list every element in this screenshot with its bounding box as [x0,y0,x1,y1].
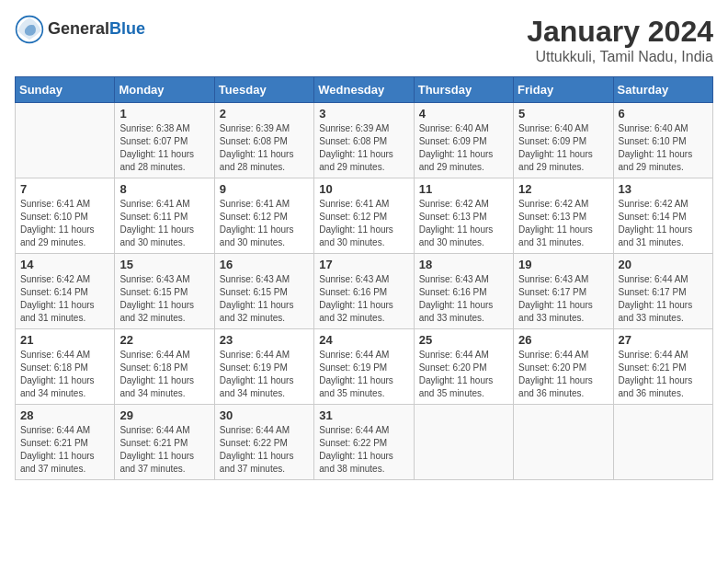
calendar-cell: 13Sunrise: 6:42 AM Sunset: 6:14 PM Dayli… [613,178,712,254]
calendar-cell: 3Sunrise: 6:39 AM Sunset: 6:08 PM Daylig… [314,103,414,178]
day-info: Sunrise: 6:42 AM Sunset: 6:14 PM Dayligh… [619,198,708,249]
day-info: Sunrise: 6:44 AM Sunset: 6:18 PM Dayligh… [119,349,209,400]
day-number: 27 [619,333,708,347]
day-info: Sunrise: 6:43 AM Sunset: 6:15 PM Dayligh… [220,273,309,325]
calendar-header-row: SundayMondayTuesdayWednesdayThursdayFrid… [16,77,713,103]
day-number: 1 [119,107,209,121]
day-number: 24 [319,333,408,347]
day-info: Sunrise: 6:44 AM Sunset: 6:19 PM Dayligh… [319,349,408,400]
calendar-cell: 29Sunrise: 6:44 AM Sunset: 6:21 PM Dayli… [115,405,214,480]
day-number: 8 [119,182,209,196]
day-number: 13 [619,182,708,196]
week-row-2: 7Sunrise: 6:41 AM Sunset: 6:10 PM Daylig… [16,178,713,254]
subtitle: Uttukkuli, Tamil Nadu, India [527,49,713,65]
day-info: Sunrise: 6:39 AM Sunset: 6:08 PM Dayligh… [319,122,408,174]
header-thursday: Thursday [414,77,513,103]
week-row-5: 28Sunrise: 6:44 AM Sunset: 6:21 PM Dayli… [16,405,713,480]
week-row-4: 21Sunrise: 6:44 AM Sunset: 6:18 PM Dayli… [16,329,713,405]
day-info: Sunrise: 6:44 AM Sunset: 6:21 PM Dayligh… [119,424,209,476]
day-number: 2 [220,107,309,121]
title-block: January 2024 Uttukkuli, Tamil Nadu, Indi… [527,15,713,65]
day-number: 3 [319,107,408,121]
week-row-3: 14Sunrise: 6:42 AM Sunset: 6:14 PM Dayli… [16,254,713,329]
day-number: 15 [119,258,209,271]
calendar-cell: 27Sunrise: 6:44 AM Sunset: 6:21 PM Dayli… [613,329,712,405]
calendar-cell: 14Sunrise: 6:42 AM Sunset: 6:14 PM Dayli… [16,254,115,329]
day-number: 26 [518,333,608,347]
day-info: Sunrise: 6:42 AM Sunset: 6:13 PM Dayligh… [518,198,608,249]
day-number: 31 [319,408,408,422]
calendar-body: 1Sunrise: 6:38 AM Sunset: 6:07 PM Daylig… [16,103,713,480]
day-info: Sunrise: 6:42 AM Sunset: 6:14 PM Dayligh… [20,273,109,325]
day-info: Sunrise: 6:44 AM Sunset: 6:21 PM Dayligh… [619,349,708,400]
day-info: Sunrise: 6:44 AM Sunset: 6:18 PM Dayligh… [20,349,109,400]
day-info: Sunrise: 6:44 AM Sunset: 6:20 PM Dayligh… [518,349,608,400]
calendar-cell: 15Sunrise: 6:43 AM Sunset: 6:15 PM Dayli… [115,254,214,329]
day-info: Sunrise: 6:44 AM Sunset: 6:17 PM Dayligh… [619,273,708,325]
header-monday: Monday [115,77,214,103]
day-info: Sunrise: 6:43 AM Sunset: 6:15 PM Dayligh… [119,273,209,325]
day-info: Sunrise: 6:41 AM Sunset: 6:10 PM Dayligh… [20,198,109,249]
calendar-cell [514,405,613,480]
calendar-cell: 16Sunrise: 6:43 AM Sunset: 6:15 PM Dayli… [214,254,313,329]
calendar-cell: 22Sunrise: 6:44 AM Sunset: 6:18 PM Dayli… [115,329,214,405]
header-friday: Friday [514,77,613,103]
calendar-cell: 28Sunrise: 6:44 AM Sunset: 6:21 PM Dayli… [16,405,115,480]
day-info: Sunrise: 6:40 AM Sunset: 6:09 PM Dayligh… [518,122,608,174]
calendar-cell: 25Sunrise: 6:44 AM Sunset: 6:20 PM Dayli… [414,329,513,405]
day-info: Sunrise: 6:42 AM Sunset: 6:13 PM Dayligh… [419,198,508,249]
calendar-cell: 10Sunrise: 6:41 AM Sunset: 6:12 PM Dayli… [314,178,414,254]
day-number: 14 [20,258,109,271]
day-number: 7 [20,182,109,196]
day-number: 16 [220,258,309,271]
calendar-cell: 8Sunrise: 6:41 AM Sunset: 6:11 PM Daylig… [115,178,214,254]
calendar-cell: 7Sunrise: 6:41 AM Sunset: 6:10 PM Daylig… [16,178,115,254]
day-number: 25 [419,333,508,347]
calendar-cell: 19Sunrise: 6:43 AM Sunset: 6:17 PM Dayli… [514,254,613,329]
calendar-cell: 23Sunrise: 6:44 AM Sunset: 6:19 PM Dayli… [214,329,313,405]
main-title: January 2024 [527,15,713,49]
logo-general: General [48,20,109,39]
day-number: 4 [419,107,508,121]
day-number: 22 [119,333,209,347]
day-info: Sunrise: 6:40 AM Sunset: 6:09 PM Dayligh… [419,122,508,174]
day-info: Sunrise: 6:41 AM Sunset: 6:12 PM Dayligh… [319,198,408,249]
calendar-cell: 17Sunrise: 6:43 AM Sunset: 6:16 PM Dayli… [314,254,414,329]
day-number: 30 [220,408,309,422]
calendar-cell: 30Sunrise: 6:44 AM Sunset: 6:22 PM Dayli… [214,405,313,480]
calendar-cell: 1Sunrise: 6:38 AM Sunset: 6:07 PM Daylig… [115,103,214,178]
day-info: Sunrise: 6:43 AM Sunset: 6:17 PM Dayligh… [518,273,608,325]
logo-icon [15,15,44,44]
day-info: Sunrise: 6:43 AM Sunset: 6:16 PM Dayligh… [319,273,408,325]
day-number: 12 [518,182,608,196]
calendar-cell: 20Sunrise: 6:44 AM Sunset: 6:17 PM Dayli… [613,254,712,329]
day-info: Sunrise: 6:44 AM Sunset: 6:21 PM Dayligh… [20,424,109,476]
calendar-cell: 6Sunrise: 6:40 AM Sunset: 6:10 PM Daylig… [613,103,712,178]
header-sunday: Sunday [16,77,115,103]
logo-text: General Blue [48,20,145,39]
calendar-cell: 26Sunrise: 6:44 AM Sunset: 6:20 PM Dayli… [514,329,613,405]
header-tuesday: Tuesday [214,77,313,103]
logo: General Blue [15,15,145,44]
calendar-cell [16,103,115,178]
day-number: 17 [319,258,408,271]
day-number: 10 [319,182,408,196]
calendar-cell: 9Sunrise: 6:41 AM Sunset: 6:12 PM Daylig… [214,178,313,254]
calendar-cell: 11Sunrise: 6:42 AM Sunset: 6:13 PM Dayli… [414,178,513,254]
day-info: Sunrise: 6:39 AM Sunset: 6:08 PM Dayligh… [220,122,309,174]
calendar-cell: 31Sunrise: 6:44 AM Sunset: 6:22 PM Dayli… [314,405,414,480]
day-info: Sunrise: 6:44 AM Sunset: 6:19 PM Dayligh… [220,349,309,400]
day-info: Sunrise: 6:44 AM Sunset: 6:22 PM Dayligh… [319,424,408,476]
day-info: Sunrise: 6:38 AM Sunset: 6:07 PM Dayligh… [119,122,209,174]
calendar-cell: 18Sunrise: 6:43 AM Sunset: 6:16 PM Dayli… [414,254,513,329]
day-number: 29 [119,408,209,422]
week-row-1: 1Sunrise: 6:38 AM Sunset: 6:07 PM Daylig… [16,103,713,178]
day-number: 5 [518,107,608,121]
day-info: Sunrise: 6:44 AM Sunset: 6:22 PM Dayligh… [220,424,309,476]
day-number: 9 [220,182,309,196]
day-number: 19 [518,258,608,271]
day-number: 11 [419,182,508,196]
day-number: 18 [419,258,508,271]
day-number: 23 [220,333,309,347]
day-info: Sunrise: 6:40 AM Sunset: 6:10 PM Dayligh… [619,122,708,174]
